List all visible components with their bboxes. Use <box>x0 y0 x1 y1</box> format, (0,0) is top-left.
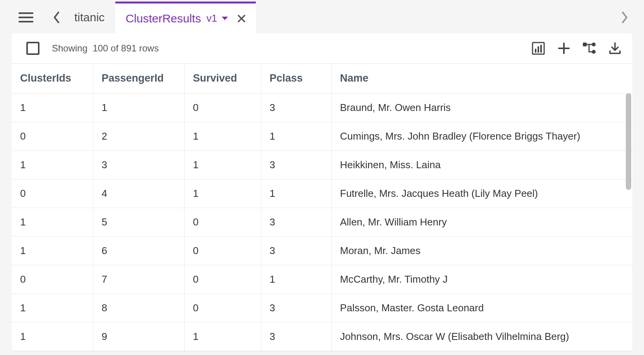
table-cell: Braund, Mr. Owen Harris <box>331 93 632 122</box>
col-header-clusterids[interactable]: ClusterIds <box>12 64 93 93</box>
table-cell: 0 <box>12 265 93 294</box>
table-cell: 7 <box>93 265 184 294</box>
data-table: ClusterIds PassengerId Survived Pclass N… <box>12 64 632 351</box>
data-panel: Showing 100 of 891 rows <box>12 33 632 351</box>
table-cell: 1 <box>12 208 93 236</box>
table-row[interactable]: 1503Allen, Mr. William Henryr <box>12 208 632 236</box>
table-cell: 0 <box>12 179 93 208</box>
table-row[interactable]: 1603Moran, Mr. Jamesr <box>12 236 632 265</box>
table-cell: 1 <box>184 150 261 179</box>
vertical-scrollbar[interactable] <box>626 93 631 190</box>
col-header-survived[interactable]: Survived <box>184 64 261 93</box>
table-cell: 0 <box>184 236 261 265</box>
table-cell: 1 <box>261 122 331 150</box>
svg-rect-3 <box>540 45 542 53</box>
download-icon[interactable] <box>608 41 622 56</box>
table-cell: 0 <box>184 294 261 322</box>
col-header-pclass[interactable]: Pclass <box>261 64 331 93</box>
table-cell: 6 <box>93 236 184 265</box>
svg-rect-1 <box>535 49 536 53</box>
table-cell: 1 <box>93 93 184 122</box>
close-tab-icon[interactable] <box>237 14 246 23</box>
table-cell: 1 <box>12 150 93 179</box>
tab-title: ClusterResults <box>125 12 201 25</box>
table-cell: Johnson, Mrs. Oscar W (Elisabeth Vilhelm… <box>331 322 632 351</box>
table-cell: 3 <box>261 294 331 322</box>
table-cell: 3 <box>261 236 331 265</box>
table-cell: McCarthy, Mr. Timothy J <box>331 265 632 294</box>
table-cell: 3 <box>261 150 331 179</box>
table-row[interactable]: 0701McCarthy, Mr. Timothy Jr <box>12 265 632 294</box>
table-cell: 0 <box>184 265 261 294</box>
table-cell: Allen, Mr. William Henry <box>331 208 632 236</box>
svg-point-6 <box>592 50 596 54</box>
table-cell: Heikkinen, Miss. Laina <box>331 150 632 179</box>
table-row[interactable]: 0211Cumings, Mrs. John Bradley (Florence… <box>12 122 632 150</box>
row-count-label: Showing 100 of 891 rows <box>52 43 159 54</box>
table-row[interactable]: 0411Futrelle, Mrs. Jacques Heath (Lily M… <box>12 179 632 208</box>
table-cell: 0 <box>184 208 261 236</box>
col-header-passengerid[interactable]: PassengerId <box>93 64 184 93</box>
table-cell: 5 <box>93 208 184 236</box>
table-cell: 4 <box>93 179 184 208</box>
table-cell: 1 <box>184 122 261 150</box>
table-cell: 0 <box>12 122 93 150</box>
tab-version: v1 <box>206 12 217 24</box>
table-cell: Palsson, Master. Gosta Leonard <box>331 294 632 322</box>
svg-rect-4 <box>583 43 587 46</box>
menu-icon[interactable] <box>19 10 33 25</box>
table-cell: 9 <box>93 322 184 351</box>
table-cell: 8 <box>93 294 184 322</box>
table-cell: 3 <box>261 93 331 122</box>
table-cell: Moran, Mr. James <box>331 236 632 265</box>
nav-forward-button[interactable] <box>617 10 632 25</box>
table-cell: 3 <box>261 322 331 351</box>
table-cell: 1 <box>12 322 93 351</box>
panel-toolbar: Showing 100 of 891 rows <box>12 33 632 63</box>
version-dropdown-icon[interactable] <box>221 16 229 21</box>
table-row[interactable]: 1313Heikkinen, Miss. Lainaf <box>12 150 632 179</box>
chart-icon[interactable] <box>531 41 546 56</box>
table-row[interactable]: 1803Palsson, Master. Gosta Leonardr <box>12 294 632 322</box>
table-cell: Cumings, Mrs. John Bradley (Florence Bri… <box>331 122 632 150</box>
table-cell: Futrelle, Mrs. Jacques Heath (Lily May P… <box>331 179 632 208</box>
col-header-name[interactable]: Name <box>331 64 632 93</box>
top-nav: titanic ClusterResults v1 <box>0 2 644 33</box>
table-cell: 1 <box>261 179 331 208</box>
table-cell: 3 <box>261 208 331 236</box>
table-cell: 0 <box>184 93 261 122</box>
table-cell: 3 <box>93 150 184 179</box>
add-icon[interactable] <box>557 41 571 56</box>
table-cell: 1 <box>261 265 331 294</box>
data-table-wrapper: ClusterIds PassengerId Survived Pclass N… <box>12 63 632 351</box>
select-all-checkbox[interactable] <box>26 42 39 55</box>
table-cell: 1 <box>184 179 261 208</box>
table-cell: 1 <box>12 236 93 265</box>
table-cell: 1 <box>12 93 93 122</box>
table-cell: 1 <box>12 294 93 322</box>
breadcrumb-root[interactable]: titanic <box>74 11 104 24</box>
svg-point-5 <box>592 43 596 46</box>
tab-active[interactable]: ClusterResults v1 <box>115 2 256 33</box>
flow-icon[interactable] <box>582 41 597 56</box>
table-row[interactable]: 1103Braund, Mr. Owen Harrisr <box>12 93 632 122</box>
svg-rect-2 <box>538 46 539 53</box>
nav-back-button[interactable] <box>49 10 64 25</box>
table-row[interactable]: 1913Johnson, Mrs. Oscar W (Elisabeth Vil… <box>12 322 632 351</box>
table-cell: 1 <box>184 322 261 351</box>
table-cell: 2 <box>93 122 184 150</box>
